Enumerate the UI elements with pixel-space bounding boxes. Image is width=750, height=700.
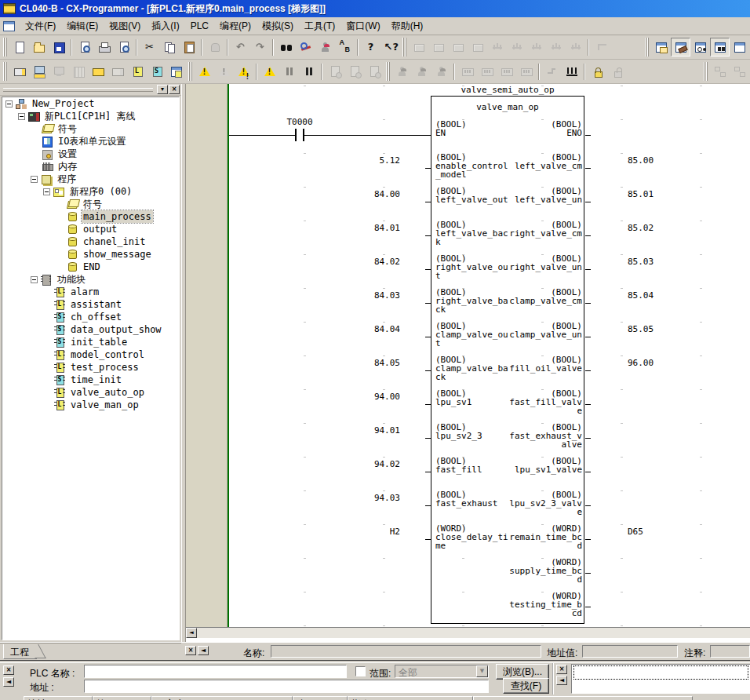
input-address[interactable]: 84.04 bbox=[323, 325, 400, 334]
menu-4[interactable]: PLC bbox=[185, 18, 214, 34]
new-button[interactable] bbox=[9, 38, 29, 57]
output-address[interactable]: 85.01 bbox=[628, 190, 675, 199]
tree-item--[interactable]: 内存 bbox=[2, 160, 179, 173]
find-replace-button[interactable] bbox=[296, 38, 315, 57]
input-address[interactable]: 84.05 bbox=[323, 359, 400, 367]
toolbar-grip[interactable] bbox=[385, 62, 391, 81]
result-column-0[interactable]: 地址 bbox=[24, 696, 93, 700]
input-address[interactable]: 94.01 bbox=[323, 426, 400, 435]
output-address[interactable]: D65 bbox=[628, 527, 675, 536]
cross-reference-window-button[interactable] bbox=[710, 38, 730, 57]
print-preview-button[interactable] bbox=[114, 38, 133, 57]
expand-collapse-icon[interactable] bbox=[43, 188, 50, 195]
toolbar-grip[interactable] bbox=[402, 38, 407, 57]
comment-field[interactable] bbox=[710, 645, 750, 658]
result-column-3[interactable]: 步 bbox=[293, 696, 348, 700]
output-address[interactable]: 85.05 bbox=[628, 325, 675, 334]
input-address[interactable]: 84.02 bbox=[323, 257, 400, 266]
menu-0[interactable]: 文件(F) bbox=[20, 18, 61, 34]
watch-close-button[interactable]: × bbox=[556, 665, 567, 674]
menu-1[interactable]: 编辑(E) bbox=[61, 18, 104, 34]
tree-item-output[interactable]: output bbox=[2, 223, 179, 235]
tree-item-show_message[interactable]: show_message bbox=[2, 248, 179, 261]
result-column-2[interactable]: 程序/段 bbox=[151, 696, 293, 700]
scope-checkbox[interactable] bbox=[355, 666, 366, 676]
expand-collapse-icon[interactable] bbox=[5, 100, 13, 108]
ladder-canvas[interactable]: valve_semi_auto_opvalve_man_opT0000(BOOL… bbox=[229, 84, 750, 627]
tree-item-assistant[interactable]: Lassistant bbox=[2, 298, 179, 311]
compile-all-programs-button[interactable] bbox=[234, 62, 253, 81]
toolbar-grip[interactable] bbox=[2, 62, 8, 81]
menu-8[interactable]: 窗口(W) bbox=[340, 18, 385, 34]
menu-9[interactable]: 帮助(H) bbox=[386, 18, 429, 34]
tree-item--[interactable]: 符号 bbox=[2, 198, 179, 210]
compile-program-button[interactable] bbox=[195, 62, 214, 81]
result-column-4[interactable]: 指令 bbox=[348, 696, 473, 700]
find-button[interactable]: 查找(F) bbox=[503, 678, 549, 694]
tree-item-time_init[interactable]: Stime_init bbox=[2, 374, 179, 386]
contact-symbol[interactable] bbox=[295, 129, 297, 141]
project-window-button[interactable] bbox=[651, 38, 671, 57]
input-address[interactable]: 94.00 bbox=[323, 392, 400, 401]
tree-item-model_control[interactable]: Lmodel_control bbox=[2, 348, 179, 361]
annot-close-button[interactable]: × bbox=[185, 646, 196, 655]
input-address[interactable]: 94.02 bbox=[323, 460, 400, 468]
tree-item-main_process[interactable]: main_process bbox=[2, 210, 179, 223]
address-sort-button[interactable] bbox=[335, 38, 355, 57]
protect-set-button[interactable] bbox=[588, 62, 607, 81]
compile-button[interactable] bbox=[75, 38, 94, 57]
input-address[interactable]: 84.00 bbox=[323, 190, 400, 199]
name-field[interactable] bbox=[271, 645, 541, 658]
result-column-1[interactable]: 符号 bbox=[93, 696, 151, 700]
transfer-check-button[interactable] bbox=[260, 62, 279, 81]
tree-item-alarm[interactable]: Lalarm bbox=[2, 286, 179, 298]
workspace-pin-button[interactable]: ▾ bbox=[157, 85, 168, 94]
toolbar-grip[interactable] bbox=[188, 62, 193, 81]
workspace-close-button[interactable]: × bbox=[169, 85, 180, 94]
tree-item-valve_man_op[interactable]: Lvalve_man_op bbox=[2, 399, 179, 411]
mdi-child-icon[interactable] bbox=[3, 21, 15, 31]
run-mode-s-button[interactable] bbox=[147, 62, 166, 81]
program-mode-button[interactable] bbox=[88, 62, 107, 81]
annot-collapse-button[interactable]: ◄ bbox=[198, 646, 209, 655]
contact-symbol[interactable] bbox=[303, 129, 304, 141]
tree-item-new_project[interactable]: New_Project bbox=[2, 97, 179, 110]
pause-2-button[interactable] bbox=[299, 62, 319, 81]
ladder-hscrollbar[interactable]: ◄ bbox=[186, 627, 750, 638]
output-address[interactable]: 96.00 bbox=[628, 359, 675, 367]
input-address[interactable]: 5.12 bbox=[323, 156, 400, 165]
input-address[interactable]: 84.01 bbox=[323, 224, 400, 232]
open-button[interactable] bbox=[29, 38, 49, 57]
input-address[interactable]: 84.03 bbox=[323, 291, 400, 300]
output-address[interactable]: 85.03 bbox=[628, 257, 675, 266]
hscroll-left-button[interactable]: ◄ bbox=[186, 628, 197, 638]
output-address[interactable]: 85.04 bbox=[628, 291, 675, 300]
help-button[interactable]: ? bbox=[361, 38, 380, 57]
expand-collapse-icon[interactable] bbox=[18, 113, 25, 120]
tree-item-ch_offset[interactable]: Sch_offset bbox=[2, 311, 179, 323]
menu-6[interactable]: 模拟(S) bbox=[257, 18, 299, 34]
local-window-button[interactable] bbox=[730, 38, 749, 57]
scope-dropdown-icon[interactable]: ▼ bbox=[476, 665, 488, 677]
save-button[interactable] bbox=[49, 38, 68, 57]
watch-sheet[interactable] bbox=[571, 664, 750, 694]
menu-5[interactable]: 编程(P) bbox=[214, 18, 257, 34]
address-input[interactable] bbox=[84, 680, 489, 693]
output-address[interactable]: 85.02 bbox=[628, 224, 675, 232]
tree-item--[interactable]: 设置 bbox=[2, 148, 179, 160]
expand-collapse-icon[interactable] bbox=[31, 276, 38, 283]
expand-collapse-icon[interactable] bbox=[31, 176, 38, 183]
paste-button[interactable] bbox=[179, 38, 198, 57]
output-window-button[interactable] bbox=[671, 38, 690, 57]
tree-item--[interactable]: 符号 bbox=[2, 122, 179, 135]
tree-item--0-00-[interactable]: 新程序0 (00) bbox=[2, 185, 179, 198]
print-button[interactable] bbox=[94, 38, 114, 57]
toolbar-grip[interactable] bbox=[2, 38, 8, 57]
tree-item--[interactable]: 功能块 bbox=[2, 273, 179, 286]
monitor-mode-l-button[interactable] bbox=[127, 62, 147, 81]
find-collapse-button[interactable]: ◄ bbox=[3, 677, 14, 687]
scope-combobox[interactable]: 全部 ▼ bbox=[395, 665, 489, 678]
work-online-simulator-button[interactable] bbox=[29, 62, 49, 81]
menu-3[interactable]: 插入(I) bbox=[146, 18, 184, 34]
address-value-field[interactable] bbox=[582, 645, 678, 658]
